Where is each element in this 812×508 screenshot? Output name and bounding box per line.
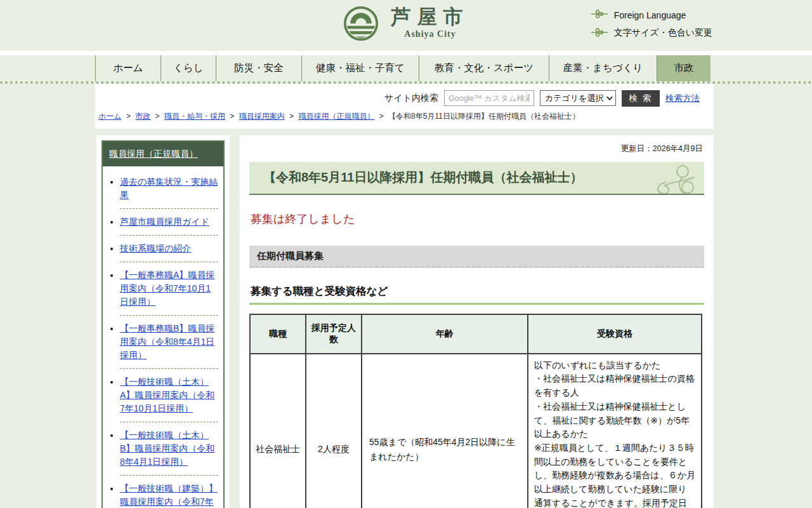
nav-item-kyouiku[interactable]: 教育・文化・スポーツ xyxy=(419,55,549,81)
category-select-value: カテゴリを選択 xyxy=(545,93,604,104)
list-item: 【一般事務職A】職員採用案内（令和7年10月1日採用） xyxy=(120,262,218,316)
sidebar-box: 職員採用（正規職員） 過去の募集状況・実施結果 芦屋市職員採用ガイド 技術系職場… xyxy=(102,140,225,508)
page-title-banner: 【令和8年5月11日以降採用】任期付職員（社会福祉士） xyxy=(249,162,704,195)
text-size-color-link[interactable]: 文字サイズ・色合い変更 xyxy=(591,27,712,39)
global-nav: ホーム くらし 防災・安全 健康・福祉・子育て 教育・文化・スポーツ 産業・まち… xyxy=(0,55,812,84)
sidebar-item-doboku-b[interactable]: 【一般技術職（土木）B】職員採用案内（令和8年4月1日採用） xyxy=(120,430,214,467)
breadcrumb-separator: > xyxy=(379,112,384,121)
breadcrumb-link-home[interactable]: ホーム xyxy=(98,112,122,121)
col-header-count: 採用予定人数 xyxy=(306,314,362,354)
nav-item-sangyou[interactable]: 産業・まちづくり xyxy=(549,55,657,81)
breadcrumb-link-saiyou-annai[interactable]: 職員採用案内 xyxy=(239,112,285,121)
sidebar-item-past-results[interactable]: 過去の募集状況・実施結果 xyxy=(120,177,218,200)
foreign-language-label: Foreign Language xyxy=(614,10,686,20)
breadcrumb-current: 【令和8年5月11日以降採用】任期付職員（社会福祉士） xyxy=(388,112,580,121)
list-item: 芦屋市職員採用ガイド xyxy=(120,209,218,236)
site-title: 芦屋市 xyxy=(391,6,469,29)
nav-item-home[interactable]: ホーム xyxy=(95,55,160,81)
page-title: 【令和8年5月11日以降採用】任期付職員（社会福祉士） xyxy=(263,169,582,186)
chevron-down-icon xyxy=(606,94,613,100)
main-content: 更新日：2026年4月9日 【令和8年5月11日以降採用】任期付職員（社会福祉士… xyxy=(240,135,714,508)
breadcrumb-separator: > xyxy=(155,112,160,121)
list-item: 【一般技術職（土木）A】職員採用案内（令和7年10月1日採用） xyxy=(120,369,218,422)
nav-item-shisei[interactable]: 市政 xyxy=(657,55,710,81)
nav-item-kenkou[interactable]: 健康・福祉・子育て xyxy=(301,55,419,81)
col-header-type: 職種 xyxy=(250,314,306,354)
updated-date: 更新日：2026年4月9日 xyxy=(249,144,703,154)
cell-qualification: 以下のいずれにも該当するかた ・社会福祉士又は精神保健福祉士の資格を有する人 ・… xyxy=(528,354,702,508)
top-strip: サイト内検索 カテゴリを選択 検 索 検索方法 ホーム > 市政 > 職員・給与… xyxy=(95,84,714,129)
foreign-language-link[interactable]: Foreign Language xyxy=(591,10,712,20)
sidebar-item-recruit-guide[interactable]: 芦屋市職員採用ガイド xyxy=(120,217,209,227)
search-help-link[interactable]: 検索方法 xyxy=(665,93,700,104)
sidebar-menu: 過去の募集状況・実施結果 芦屋市職員採用ガイド 技術系職場の紹介 【一般事務職A… xyxy=(103,166,223,508)
sidebar-item-doboku-a[interactable]: 【一般技術職（土木）A】職員採用案内（令和7年10月1日採用） xyxy=(120,377,214,413)
col-header-qualification: 受験資格 xyxy=(528,314,702,354)
content-gap xyxy=(0,129,812,135)
sidebar: 職員採用（正規職員） 過去の募集状況・実施結果 芦屋市職員採用ガイド 技術系職場… xyxy=(96,135,230,508)
sidebar-item-jimu-a[interactable]: 【一般事務職A】職員採用案内（令和7年10月1日採用） xyxy=(120,270,214,307)
flower-ornament-icon xyxy=(647,163,697,195)
breadcrumb-link-shisei[interactable]: 市政 xyxy=(135,112,150,121)
sprig-ornament-icon xyxy=(591,10,608,20)
global-nav-inner: ホーム くらし 防災・安全 健康・福祉・子育て 教育・文化・スポーツ 産業・まち… xyxy=(95,55,714,81)
header-separator xyxy=(0,51,812,55)
search-button[interactable]: 検 索 xyxy=(622,90,660,107)
list-item: 【一般技術職（土木）B】職員採用案内（令和8年4月1日採用） xyxy=(120,422,218,476)
sidebar-title-link[interactable]: 職員採用（正規職員） xyxy=(109,149,198,159)
site-title-block: 芦屋市 Ashiya City xyxy=(391,6,469,39)
breadcrumb-separator: > xyxy=(230,112,234,121)
section-bar: 任期付職員募集 xyxy=(249,246,704,268)
breadcrumb-link-shokuin[interactable]: 職員・給与・採用 xyxy=(164,112,225,121)
list-item: 【一般事務職B】職員採用案内（令和8年4月1日採用） xyxy=(120,316,218,369)
site-search: サイト内検索 カテゴリを選択 検 索 検索方法 xyxy=(95,89,714,107)
nav-item-kurashi[interactable]: くらし xyxy=(160,55,216,81)
breadcrumb-separator: > xyxy=(126,112,131,121)
site-header: 芦屋市 Ashiya City Foreign Language xyxy=(0,0,812,51)
list-item: 過去の募集状況・実施結果 xyxy=(120,169,218,209)
cell-count: 2人程度 xyxy=(306,354,362,508)
ashiya-city-logo-icon xyxy=(343,6,379,44)
table-header-row: 職種 採用予定人数 年齢 受験資格 xyxy=(250,314,702,354)
nav-item-bousai[interactable]: 防災・安全 xyxy=(216,55,301,81)
sidebar-item-kenchiku[interactable]: 【一般技術職（建築）】職員採用案内（令和7年10月1日採用） xyxy=(120,483,218,508)
breadcrumb: ホーム > 市政 > 職員・給与・採用 > 職員採用案内 > 職員採用（正規職員… xyxy=(95,107,714,126)
recruitment-closed-notice: 募集は終了しました xyxy=(251,211,704,227)
cell-job-type: 社会福祉士 xyxy=(250,354,306,508)
list-item: 技術系職場の紹介 xyxy=(120,236,218,262)
recruitment-table: 職種 採用予定人数 年齢 受験資格 社会福祉士 2人程度 55歳まで（昭和45年… xyxy=(249,314,702,508)
col-header-age: 年齢 xyxy=(362,314,528,354)
sidebar-item-jimu-b[interactable]: 【一般事務職B】職員採用案内（令和8年4月1日採用） xyxy=(120,323,214,360)
cell-age: 55歳まで（昭和45年4月2日以降に生まれたかた） xyxy=(362,354,528,508)
content-row: 職員採用（正規職員） 過去の募集状況・実施結果 芦屋市職員採用ガイド 技術系職場… xyxy=(96,135,812,508)
site-search-label: サイト内検索 xyxy=(384,93,438,104)
breadcrumb-link-seiki[interactable]: 職員採用（正規職員） xyxy=(298,112,374,121)
utility-links: Foreign Language 文字サイズ・色合い変更 xyxy=(591,10,712,39)
site-title-en: Ashiya City xyxy=(391,29,469,39)
sidebar-item-tech-workplace[interactable]: 技術系職場の紹介 xyxy=(120,243,191,253)
list-item: 【一般技術職（建築）】職員採用案内（令和7年10月1日採用） xyxy=(120,476,218,508)
subheading: 募集する職種と受験資格など xyxy=(249,284,704,305)
page-root: 芦屋市 Ashiya City Foreign Language xyxy=(0,0,812,508)
sidebar-header[interactable]: 職員採用（正規職員） xyxy=(103,142,223,166)
table-row: 社会福祉士 2人程度 55歳まで（昭和45年4月2日以降に生まれたかた） 以下の… xyxy=(250,354,702,508)
site-search-input[interactable] xyxy=(444,90,534,106)
breadcrumb-separator: > xyxy=(289,112,294,121)
category-select[interactable]: カテゴリを選択 xyxy=(540,90,616,106)
text-size-color-label: 文字サイズ・色合い変更 xyxy=(614,27,712,39)
sprig-ornament-icon xyxy=(591,28,608,39)
